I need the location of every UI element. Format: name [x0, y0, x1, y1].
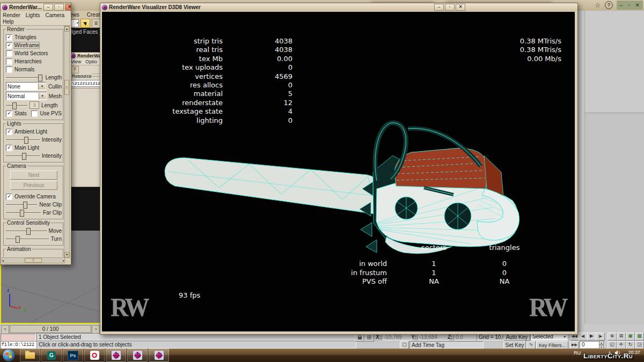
previous-camera-button[interactable]: Previous [10, 181, 57, 190]
slider-thumb[interactable] [16, 236, 20, 243]
scroll-right-icon[interactable]: ▸ [63, 258, 64, 262]
play-button[interactable] [587, 333, 596, 341]
zoom-button[interactable] [608, 333, 617, 341]
taskbar-explorer-button[interactable] [20, 349, 40, 362]
close-icon[interactable] [635, 2, 640, 8]
menu-view[interactable]: View [71, 59, 81, 64]
menu-render[interactable]: Render [3, 12, 20, 18]
maxscript-listener-line[interactable]: file:D:\2122 [1, 341, 37, 349]
select-by-name-button[interactable] [92, 19, 100, 28]
maximize-icon[interactable] [445, 4, 455, 11]
time-slider[interactable]: < 0 / 100 > [1, 325, 100, 333]
slider-thumb[interactable] [23, 202, 27, 209]
chevron-down-icon[interactable] [38, 83, 46, 90]
far-clip-slider[interactable] [6, 210, 41, 216]
slider-thumb[interactable] [12, 102, 17, 109]
turn-slider[interactable] [6, 236, 49, 242]
favorites-star-icon[interactable]: ☆ [595, 2, 601, 9]
minimize-icon[interactable] [43, 4, 53, 11]
length-value-field[interactable]: 3 [30, 101, 39, 109]
time-slider-value[interactable]: 0 / 100 [10, 325, 91, 333]
set-key-button[interactable]: Set Key [503, 341, 526, 349]
add-time-tag[interactable]: Add Time Tag [409, 341, 484, 349]
main-intensity-slider[interactable] [6, 153, 40, 159]
panel-vertical-scrollbar[interactable]: ▲ ≡ ▼ [64, 26, 70, 258]
menu-lights[interactable]: Lights [26, 12, 40, 18]
taskbar-g-app-button[interactable]: G [41, 349, 62, 362]
help-icon[interactable]: ? [605, 1, 613, 9]
taskbar-rw-visualizer-button-2[interactable] [127, 349, 148, 362]
near-clip-slider[interactable] [6, 202, 37, 208]
orbit-button[interactable] [626, 341, 635, 349]
checkbox-row[interactable]: World Sectors [6, 50, 62, 57]
slider-thumb[interactable] [38, 75, 42, 82]
ambient-intensity-slider[interactable] [6, 137, 40, 143]
taskbar-photoshop-button[interactable]: Ps [63, 349, 83, 362]
menu-options[interactable]: Optio [85, 59, 97, 64]
checkbox-row[interactable]: Main Light [6, 144, 62, 151]
slider-thumb[interactable] [22, 153, 26, 160]
new-key-curve-icon[interactable] [526, 341, 536, 349]
stats-checkbox[interactable] [6, 110, 12, 117]
override-camera-checkbox[interactable] [6, 194, 12, 200]
viewer-title-bar[interactable]: RenderWare Visualizer D3D8 Viewer [100, 3, 577, 11]
taskbar-rw-visualizer-button-3[interactable] [149, 349, 169, 362]
slider-thumb[interactable] [20, 210, 24, 217]
length-slider[interactable] [6, 102, 27, 108]
menu-help[interactable]: Help [3, 19, 14, 25]
menu-camera[interactable]: Camera [46, 12, 65, 18]
checkbox-row[interactable]: Override Camera [6, 193, 62, 200]
move-slider[interactable] [6, 228, 47, 234]
maximize-icon[interactable] [628, 2, 630, 8]
scroll-left-icon[interactable]: ◂ [2, 258, 4, 262]
start-button[interactable] [3, 349, 15, 361]
viewer-canvas[interactable]: strip tris4038 real tris4038 tex Mb0.00 … [102, 12, 575, 331]
zoom-all-button[interactable] [617, 333, 626, 341]
minimize-icon[interactable] [434, 4, 444, 11]
hierarchies-checkbox[interactable] [6, 58, 12, 65]
maxscript-mini-listener[interactable] [1, 334, 36, 342]
checkbox-row[interactable]: Triangles [6, 34, 62, 41]
resource-path-field[interactable]: \21221212121.d [71, 80, 100, 87]
frame-spinner[interactable]: ▴▾ [599, 341, 604, 349]
panel-title-bar[interactable]: RenderWar... [1, 3, 71, 11]
scrollbar-thumb[interactable]: ≡ [64, 80, 69, 95]
close-icon[interactable] [65, 4, 71, 11]
scroll-down-icon[interactable]: ▼ [64, 252, 69, 257]
previous-frame-button[interactable] [579, 333, 588, 341]
field-of-view-button[interactable] [608, 341, 617, 349]
help-icon[interactable] [70, 66, 79, 73]
viewport-shading-label[interactable]: dged Faces ] [70, 29, 101, 35]
checkbox-row[interactable]: Hierarchies [6, 58, 62, 65]
next-camera-button[interactable]: Next [10, 171, 57, 180]
zoom-extents-button[interactable] [626, 333, 635, 341]
zoom-extents-all-button[interactable] [635, 333, 644, 341]
maximize-viewport-button[interactable] [635, 341, 644, 349]
use-pvs-checkbox[interactable] [31, 110, 38, 117]
slider-thumb[interactable] [26, 228, 31, 235]
culling-dropdown[interactable]: None [6, 82, 46, 91]
chevron-down-icon[interactable] [39, 93, 46, 99]
time-slider-left-arrow-icon[interactable]: < [1, 325, 9, 334]
mesh-dropdown[interactable]: Normal [6, 92, 47, 100]
taskbar-opera-button[interactable]: O [84, 349, 105, 362]
close-icon[interactable] [456, 4, 465, 11]
wireframe-checkbox[interactable] [6, 42, 12, 49]
normals-checkbox[interactable] [6, 67, 12, 73]
minimize-icon[interactable] [620, 2, 623, 8]
checkbox-row[interactable]: Normals [6, 66, 62, 73]
pan-button[interactable] [617, 341, 626, 349]
time-tag-icon[interactable] [400, 341, 409, 349]
panel-horizontal-scrollbar[interactable]: ◂ ≡ ▸ [2, 257, 65, 263]
scroll-up-icon[interactable]: ▲ [64, 26, 69, 32]
main-light-checkbox[interactable] [6, 145, 12, 151]
key-filters-button[interactable]: Key Filters... [536, 341, 568, 349]
slider-thumb[interactable] [24, 137, 28, 144]
spinner-up-icon[interactable]: ▴ [599, 341, 604, 345]
taskbar-rw-visualizer-button[interactable] [106, 349, 126, 362]
go-to-end-button[interactable] [570, 341, 579, 349]
maximize-icon[interactable] [54, 4, 64, 11]
triangles-checkbox[interactable] [6, 34, 12, 41]
next-frame-button[interactable] [596, 333, 605, 341]
ambient-light-checkbox[interactable] [6, 129, 12, 135]
